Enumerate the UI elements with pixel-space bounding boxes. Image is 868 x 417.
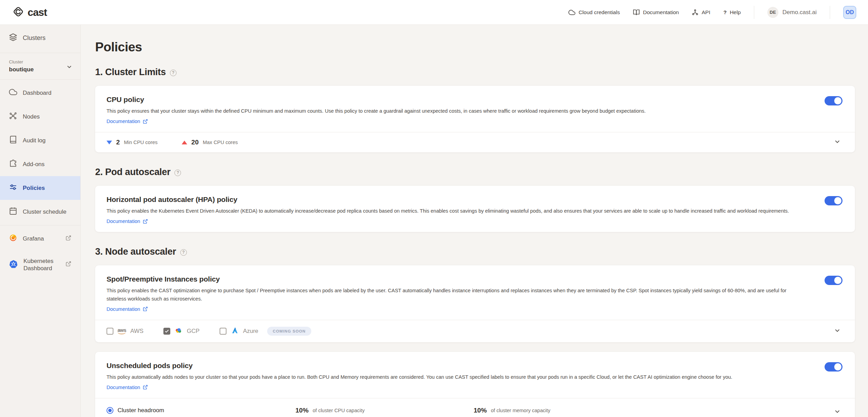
gcp-label: GCP (187, 328, 200, 335)
help-circle-icon[interactable]: ? (170, 70, 176, 76)
azure-logo-icon (231, 326, 239, 336)
org-switcher[interactable]: DE Demo.cast.ai (767, 7, 817, 18)
external-link-icon (65, 235, 71, 243)
puzzle-icon (9, 159, 17, 169)
api-label: API (702, 9, 710, 16)
hpa-policy-title: Horizontal pod autoscaler (HPA) policy (107, 195, 804, 204)
unscheduled-pods-policy-card: Unscheduled pods policy This policy auto… (95, 352, 855, 417)
sidebar-item-add-ons[interactable]: Add-ons (0, 152, 80, 176)
chevron-down-icon (66, 63, 73, 72)
documentation-button[interactable]: Documentation (633, 9, 679, 16)
unscheduled-policy-description: This policy automatically adds nodes to … (107, 373, 804, 381)
sliders-icon (9, 183, 17, 193)
sidebar-divider-2 (0, 79, 80, 80)
aws-checkbox[interactable] (107, 328, 113, 335)
hpa-policy-description: This policy enables the Kubernetes Event… (107, 207, 804, 215)
sidebar-item-nodes[interactable]: Nodes (0, 105, 80, 129)
sidebar-kubernetes-label: Kubernetes Dashboard (23, 257, 60, 272)
gcp-checkbox[interactable] (163, 328, 170, 335)
brand-name: cast (28, 7, 47, 18)
cluster-headroom-radio[interactable] (107, 407, 113, 414)
spot-expand-chevron-icon[interactable] (834, 327, 841, 336)
spot-policy-title: Spot/Preemptive Instances policy (107, 275, 804, 283)
external-link-icon (143, 119, 148, 124)
cloud-icon (9, 88, 17, 98)
sidebar-item-grafana[interactable]: Grafana (0, 227, 80, 251)
sidebar-dashboard-label: Dashboard (23, 90, 51, 96)
sidebar-policies-label: Policies (23, 185, 45, 192)
help-button[interactable]: ? Help (723, 9, 740, 16)
top-header: cast Cloud credentials Documentation API… (0, 0, 868, 25)
sidebar-nodes-label: Nodes (23, 113, 40, 120)
sidebar-clusters-label: Clusters (23, 34, 46, 42)
unscheduled-documentation-link[interactable]: Documentation (107, 385, 148, 390)
nodes-icon (9, 112, 17, 122)
cpu-policy-title: CPU policy (107, 95, 804, 104)
external-link-icon (65, 261, 71, 268)
cpu-policy-card: CPU policy This policy ensures that your… (95, 86, 855, 152)
section-pod-autoscaler-title: 2. Pod autoscaler (95, 167, 170, 177)
azure-label: Azure (243, 328, 258, 335)
unscheduled-policy-title: Unscheduled pods policy (107, 362, 804, 370)
cast-logo-icon (12, 5, 25, 20)
min-cpu-value: 2 (116, 139, 120, 146)
spot-policy-toggle[interactable] (825, 276, 842, 285)
cpu-documentation-link[interactable]: Documentation (107, 119, 148, 124)
kubernetes-icon (9, 260, 18, 270)
page-title: Policies (95, 40, 855, 54)
external-link-icon (143, 306, 148, 312)
main-content: Policies 1. Cluster Limits ? CPU policy … (81, 25, 868, 417)
max-cpu-label: Max CPU cores (203, 140, 238, 145)
unscheduled-expand-chevron-icon[interactable] (834, 408, 841, 417)
provider-gcp: GCP (163, 326, 200, 336)
documentation-label: Documentation (643, 9, 679, 16)
cpu-documentation-label: Documentation (107, 119, 140, 124)
sidebar-item-cluster-schedule[interactable]: Cluster schedule (0, 200, 80, 224)
grafana-icon (9, 234, 17, 244)
cloud-icon (568, 9, 575, 16)
org-badge: DE (767, 7, 778, 18)
spot-policy-description: This policy enables the CAST optimizatio… (107, 287, 804, 303)
cloud-credentials-button[interactable]: Cloud credentials (568, 9, 620, 16)
hpa-documentation-link[interactable]: Documentation (107, 218, 148, 224)
headroom-memory-unit: of cluster memory capacity (491, 408, 550, 413)
question-icon: ? (723, 9, 726, 16)
sidebar-item-clusters[interactable]: Clusters (0, 25, 80, 51)
sidebar-item-policies[interactable]: Policies (0, 176, 80, 200)
sidebar-item-dashboard[interactable]: Dashboard (0, 81, 80, 105)
min-triangle-icon (107, 141, 112, 144)
section-cluster-limits-title: 1. Cluster Limits (95, 67, 166, 78)
help-circle-icon[interactable]: ? (174, 170, 181, 176)
cloud-credentials-label: Cloud credentials (578, 9, 620, 16)
sidebar-divider (0, 53, 80, 53)
cpu-expand-chevron-icon[interactable] (834, 138, 841, 147)
user-avatar[interactable]: OD (843, 6, 856, 19)
cpu-policy-toggle[interactable] (825, 96, 842, 105)
max-cpu-value: 20 (191, 139, 199, 146)
cast-logo[interactable]: cast (12, 5, 47, 20)
calendar-icon (9, 207, 17, 217)
api-button[interactable]: API (692, 9, 710, 16)
aws-logo-icon: aws (118, 328, 126, 334)
max-triangle-icon (182, 141, 187, 144)
sidebar: Clusters Cluster boutique Dashboard Node… (0, 25, 81, 417)
sidebar-audit-log-label: Audit log (23, 137, 46, 144)
layers-icon (9, 33, 17, 43)
book-icon (633, 9, 640, 16)
headroom-cpu-unit: of cluster CPU capacity (313, 408, 365, 413)
unscheduled-policy-toggle[interactable] (825, 362, 842, 372)
spot-documentation-link[interactable]: Documentation (107, 306, 148, 312)
cluster-selector-label: Cluster (9, 59, 71, 64)
spot-documentation-label: Documentation (107, 306, 140, 312)
hpa-policy-card: Horizontal pod autoscaler (HPA) policy T… (95, 186, 855, 232)
hpa-documentation-label: Documentation (107, 218, 140, 224)
hpa-policy-toggle[interactable] (825, 196, 842, 205)
cpu-policy-description: This policy ensures that your cluster st… (107, 107, 804, 115)
sidebar-item-kubernetes-dashboard[interactable]: Kubernetes Dashboard (0, 251, 80, 279)
spot-policy-card: Spot/Preemptive Instances policy This po… (95, 265, 855, 342)
help-label: Help (730, 9, 741, 16)
help-circle-icon[interactable]: ? (180, 249, 187, 256)
azure-checkbox[interactable] (220, 328, 226, 335)
cluster-selector[interactable]: Cluster boutique (0, 54, 80, 78)
sidebar-item-audit-log[interactable]: Audit log (0, 129, 80, 152)
